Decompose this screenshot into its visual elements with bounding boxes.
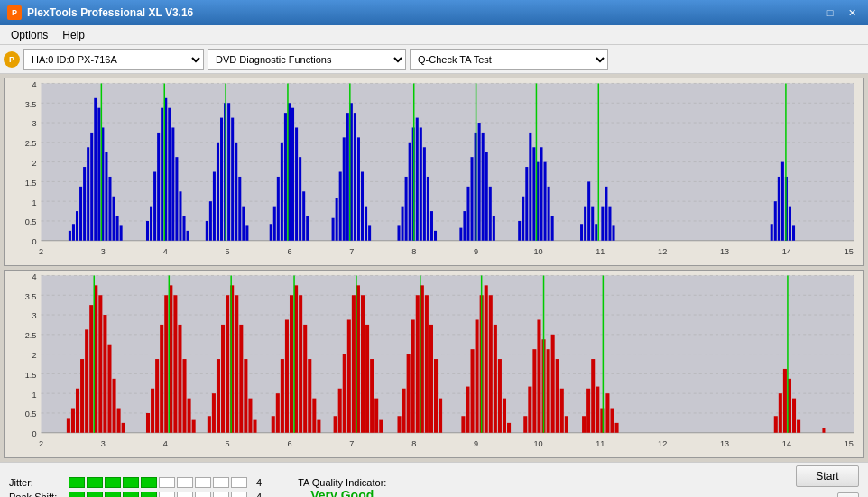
- svg-rect-143: [612, 225, 614, 240]
- minimize-button[interactable]: —: [799, 5, 817, 20]
- svg-text:3: 3: [32, 310, 36, 320]
- svg-rect-255: [429, 325, 433, 433]
- svg-text:4: 4: [32, 271, 36, 281]
- svg-rect-147: [781, 162, 784, 241]
- device-select[interactable]: HA:0 ID:0 PX-716A: [23, 49, 204, 70]
- svg-rect-149: [789, 207, 791, 241]
- svg-rect-37: [79, 187, 82, 241]
- svg-rect-276: [547, 349, 550, 433]
- svg-text:5: 5: [226, 246, 230, 256]
- svg-rect-52: [153, 172, 156, 241]
- svg-rect-194: [103, 315, 106, 433]
- svg-rect-88: [332, 218, 335, 241]
- svg-rect-256: [434, 359, 438, 433]
- svg-rect-215: [221, 325, 225, 433]
- svg-rect-61: [187, 231, 189, 241]
- svg-text:11: 11: [596, 246, 605, 256]
- svg-text:6: 6: [287, 246, 291, 256]
- test-select[interactable]: Q-Check TA Test: [410, 49, 608, 70]
- svg-rect-42: [97, 108, 100, 241]
- bottom-chart: 4 3.5 3 2.5 2 1.5 1 0.5 0 2 3 4 5 6 7 8 …: [4, 270, 864, 458]
- ta-quality-value: Very Good: [310, 488, 374, 498]
- svg-rect-146: [778, 177, 780, 241]
- svg-rect-102: [405, 177, 408, 241]
- jitter-seg-3: [105, 477, 121, 488]
- svg-rect-203: [160, 325, 163, 433]
- svg-rect-77: [273, 207, 276, 241]
- svg-rect-44: [105, 152, 107, 241]
- window-controls: — □ ✕: [799, 5, 861, 20]
- svg-rect-84: [299, 157, 301, 241]
- svg-rect-78: [277, 177, 280, 241]
- svg-rect-219: [239, 325, 243, 433]
- svg-rect-271: [523, 416, 527, 433]
- info-button[interactable]: i: [837, 492, 859, 498]
- svg-text:13: 13: [720, 438, 729, 448]
- svg-rect-210: [192, 420, 196, 433]
- svg-rect-65: [213, 172, 216, 241]
- svg-rect-73: [242, 207, 245, 241]
- menu-options[interactable]: Options: [4, 27, 55, 43]
- svg-rect-112: [459, 228, 462, 241]
- svg-rect-237: [338, 389, 342, 433]
- app-title: PlexTools Professional XL V3.16: [27, 6, 193, 19]
- svg-rect-197: [117, 409, 121, 433]
- svg-text:1: 1: [32, 197, 36, 207]
- app-icon: P: [7, 5, 22, 20]
- svg-text:13: 13: [720, 246, 729, 256]
- svg-rect-38: [83, 167, 86, 241]
- svg-text:3.5: 3.5: [25, 98, 37, 108]
- svg-rect-225: [276, 393, 280, 433]
- svg-rect-195: [107, 345, 111, 433]
- start-button[interactable]: Start: [796, 465, 859, 487]
- svg-rect-213: [212, 393, 216, 433]
- bottom-panel: Jitter: 4 Peak Shift:: [0, 462, 868, 497]
- svg-rect-58: [175, 157, 178, 241]
- svg-rect-51: [150, 207, 152, 241]
- svg-rect-261: [471, 349, 475, 433]
- svg-rect-232: [308, 359, 311, 433]
- svg-rect-40: [90, 133, 93, 241]
- svg-rect-290: [615, 423, 619, 433]
- svg-text:9: 9: [474, 246, 478, 256]
- svg-rect-118: [482, 133, 485, 241]
- peak-shift-bar: [69, 492, 247, 498]
- svg-rect-123: [518, 221, 521, 241]
- svg-text:2: 2: [32, 158, 36, 168]
- svg-text:12: 12: [658, 246, 667, 256]
- jitter-seg-10: [231, 477, 247, 488]
- svg-rect-107: [423, 147, 426, 241]
- svg-rect-272: [528, 387, 531, 433]
- svg-text:2: 2: [32, 350, 36, 360]
- svg-rect-125: [525, 167, 528, 241]
- svg-rect-202: [155, 359, 159, 433]
- svg-text:7: 7: [349, 438, 354, 448]
- svg-rect-34: [69, 231, 71, 241]
- svg-rect-252: [416, 295, 420, 433]
- svg-rect-59: [179, 191, 181, 240]
- svg-rect-119: [485, 152, 488, 241]
- svg-rect-106: [420, 127, 422, 240]
- peak-seg-10: [231, 492, 247, 498]
- svg-rect-278: [556, 359, 559, 433]
- close-button[interactable]: ✕: [843, 5, 861, 20]
- svg-text:0: 0: [32, 236, 36, 246]
- svg-rect-238: [343, 354, 346, 433]
- menu-help[interactable]: Help: [55, 27, 92, 43]
- svg-rect-92: [346, 113, 349, 241]
- maximize-button[interactable]: □: [821, 5, 839, 20]
- svg-rect-98: [368, 225, 371, 240]
- svg-rect-186: [67, 418, 70, 432]
- peak-shift-value: 4: [256, 492, 262, 498]
- svg-rect-66: [217, 143, 219, 241]
- svg-rect-85: [302, 191, 305, 240]
- svg-rect-242: [361, 295, 365, 433]
- svg-rect-70: [231, 118, 234, 241]
- svg-text:1: 1: [32, 389, 36, 399]
- svg-rect-259: [461, 416, 465, 433]
- svg-rect-218: [235, 295, 238, 433]
- function-select[interactable]: DVD Diagnostic Functions: [208, 49, 406, 70]
- svg-rect-91: [343, 137, 346, 240]
- metrics-panel: Jitter: 4 Peak Shift:: [9, 477, 262, 498]
- svg-rect-137: [591, 207, 594, 241]
